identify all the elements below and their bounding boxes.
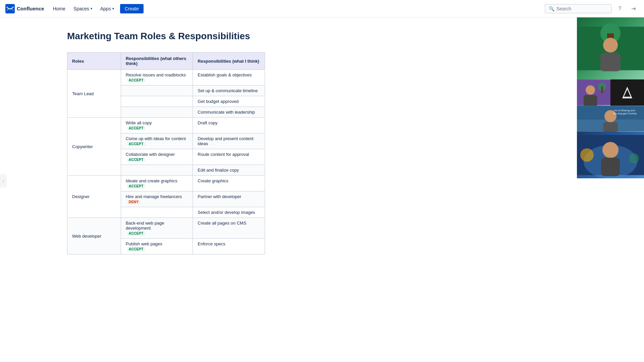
responsibilities-table: Roles Responsibilities (what others thin…	[67, 52, 265, 254]
apps-chevron-icon: ▾	[112, 7, 114, 10]
svg-point-7	[586, 85, 595, 95]
status-badge: ACCEPT	[127, 126, 145, 130]
video-panel: I'm in Dharug and Gu-ring-gai Country	[577, 17, 644, 178]
resp-others-cell: Collaborate with designerACCEPT	[121, 149, 193, 165]
status-badge: ACCEPT	[127, 78, 145, 82]
confluence-logo-icon	[5, 4, 15, 13]
search-box[interactable]: 🔍 Search	[545, 4, 612, 13]
resp-mine-cell: Develop and present content ideas	[193, 133, 265, 149]
search-placeholder: Search	[556, 6, 571, 11]
create-button[interactable]: Create	[120, 4, 144, 13]
confluence-logo[interactable]: Confluence	[5, 4, 44, 13]
col-header-resp-others: Responsibilities (what others think)	[121, 53, 193, 70]
resp-others-cell: Publish web pagesACCEPT	[121, 239, 193, 254]
resp-others-cell: Hire and manage freelancersDENY	[121, 191, 193, 207]
resp-mine-cell: Set up & communicate timeline	[193, 85, 265, 96]
table-row: Web developerBack-end web page developme…	[67, 218, 265, 239]
navbar-right: 🔍 Search ? ⇥	[545, 3, 639, 14]
video-grid-tile-2	[577, 79, 610, 106]
search-icon: 🔍	[549, 6, 554, 11]
login-button[interactable]: ⇥	[628, 3, 639, 14]
video-tile-1	[577, 17, 644, 79]
status-badge: ACCEPT	[127, 231, 145, 236]
nav-home[interactable]: Home	[50, 4, 69, 13]
resp-others-cell	[121, 165, 193, 176]
svg-rect-8	[584, 95, 597, 106]
sidebar-toggle[interactable]: ›	[0, 174, 7, 188]
svg-point-25	[629, 154, 639, 164]
resp-mine-cell: Partner with developer	[193, 191, 265, 207]
resp-others-cell: Write all copyACCEPT	[121, 118, 193, 133]
help-button[interactable]: ?	[614, 3, 625, 14]
table-row: Team LeadResolve issues and roadblocksAC…	[67, 70, 265, 85]
resp-mine-cell: Communicate with leadership	[193, 107, 265, 118]
resp-others-cell: Ideate and create graphicsACCEPT	[121, 176, 193, 191]
status-badge: DENY	[127, 200, 141, 204]
resp-others-cell: Resolve issues and roadblocksACCEPT	[121, 70, 193, 85]
resp-others-cell: Come up with ideas for contentACCEPT	[121, 133, 193, 149]
resp-others-cell	[121, 96, 193, 107]
svg-text:Gu-ring-gai Country: Gu-ring-gai Country	[613, 112, 637, 115]
resp-others-cell	[121, 85, 193, 96]
svg-point-4	[603, 38, 618, 53]
svg-rect-17	[603, 122, 618, 132]
resp-mine-cell: Select and/or develop images	[193, 207, 265, 218]
video-grid-tile-4: I'm in Dharug and Gu-ring-gai Country	[577, 106, 644, 132]
col-header-roles: Roles	[67, 53, 121, 70]
resp-mine-cell: Create all pages on CMS	[193, 218, 265, 239]
svg-rect-10	[601, 87, 603, 94]
resp-mine-cell: Get budget approved	[193, 96, 265, 107]
svg-rect-23	[601, 158, 620, 176]
video-grid-tile-3	[610, 79, 644, 106]
svg-rect-5	[600, 53, 621, 71]
role-cell: Team Lead	[67, 70, 121, 118]
resp-others-cell	[121, 207, 193, 218]
status-badge: ACCEPT	[127, 247, 145, 251]
resp-mine-cell: Establish goals & objectives	[193, 70, 265, 85]
status-badge: ACCEPT	[127, 142, 145, 146]
resp-mine-cell: Edit and finalize copy	[193, 165, 265, 176]
role-cell: Designer	[67, 176, 121, 218]
resp-others-cell	[121, 107, 193, 118]
navbar: Confluence Home Spaces ▾ Apps ▾ Create 🔍…	[0, 0, 644, 17]
role-cell: Web developer	[67, 218, 121, 254]
role-cell: Copywriter	[67, 118, 121, 176]
resp-mine-cell: Route content for approval	[193, 149, 265, 165]
spaces-chevron-icon: ▾	[91, 7, 92, 10]
video-grid: I'm in Dharug and Gu-ring-gai Country	[577, 79, 644, 132]
video-tile-bottom	[577, 132, 644, 178]
svg-text:I'm in Dharug and: I'm in Dharug and	[614, 109, 635, 112]
resp-mine-cell: Draft copy	[193, 118, 265, 133]
nav-apps[interactable]: Apps ▾	[97, 4, 117, 13]
resp-mine-cell: Create graphics	[193, 176, 265, 191]
svg-point-22	[602, 142, 619, 158]
status-badge: ACCEPT	[127, 184, 145, 188]
nav-items: Home Spaces ▾ Apps ▾ Create	[50, 4, 144, 13]
main-content: Marketing Team Roles & Responsibilities …	[0, 17, 416, 275]
confluence-name: Confluence	[17, 6, 44, 11]
nav-spaces[interactable]: Spaces ▾	[70, 4, 96, 13]
table-row: DesignerIdeate and create graphicsACCEPT…	[67, 176, 265, 191]
col-header-resp-mine: Responsibilities (what I think)	[193, 53, 265, 70]
resp-others-cell: Back-end web page developmentACCEPT	[121, 218, 193, 239]
resp-mine-cell: Enforce specs	[193, 239, 265, 254]
status-badge: ACCEPT	[127, 158, 145, 162]
svg-point-24	[580, 148, 594, 162]
page-title: Marketing Team Roles & Responsibilities	[67, 31, 396, 42]
table-row: CopywriterWrite all copyACCEPTDraft copy	[67, 118, 265, 133]
